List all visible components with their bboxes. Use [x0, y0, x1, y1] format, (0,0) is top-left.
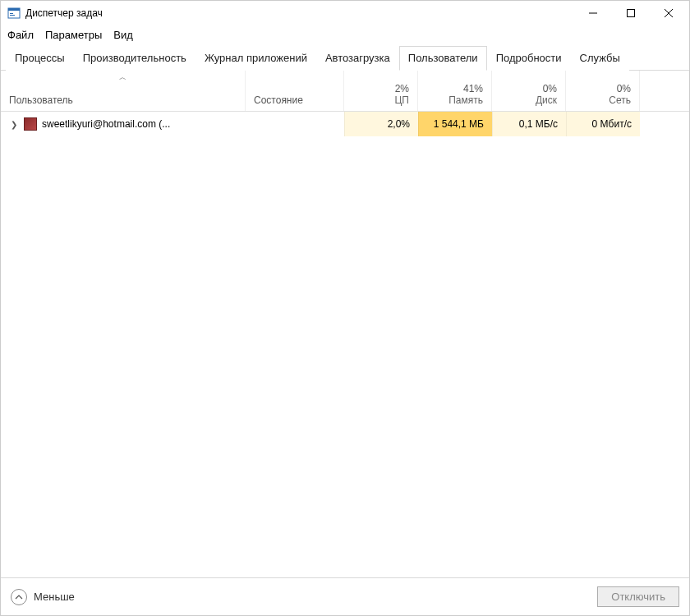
svg-rect-2	[10, 13, 13, 14]
column-header-disk[interactable]: 0% Диск	[492, 71, 566, 111]
table-header: ︿ Пользователь Состояние 2% ЦП 41% Памят…	[1, 71, 689, 112]
table-row[interactable]: ❯ sweetlikyuri@hotmail.com (... 2,0% 1 5…	[1, 112, 689, 136]
bottombar: Меньше Отключить	[1, 577, 689, 615]
column-label-disk: Диск	[536, 94, 557, 106]
menu-file[interactable]: Файл	[7, 29, 34, 41]
column-label-memory: Память	[448, 94, 483, 106]
column-label-state: Состояние	[254, 94, 335, 106]
tab-processes[interactable]: Процессы	[6, 46, 74, 71]
fewer-details-toggle[interactable]: Меньше	[11, 589, 75, 605]
tab-startup[interactable]: Автозагрузка	[316, 46, 399, 71]
tab-details[interactable]: Подробности	[487, 46, 571, 71]
column-pct-disk: 0%	[543, 83, 557, 94]
cell-disk: 0,1 МБ/с	[492, 112, 566, 136]
column-pct-cpu: 2%	[395, 83, 409, 94]
svg-rect-1	[8, 8, 20, 11]
sort-indicator-icon: ︿	[119, 72, 126, 83]
column-header-state[interactable]: Состояние	[246, 71, 344, 111]
app-icon	[7, 7, 21, 20]
cell-cpu: 2,0%	[344, 112, 418, 136]
tab-services[interactable]: Службы	[571, 46, 629, 71]
close-button[interactable]	[650, 1, 688, 25]
table-body: ❯ sweetlikyuri@hotmail.com (... 2,0% 1 5…	[1, 112, 689, 577]
column-pct-memory: 41%	[463, 83, 483, 94]
tab-app-history[interactable]: Журнал приложений	[196, 46, 316, 71]
menu-view[interactable]: Вид	[113, 29, 133, 41]
titlebar: Диспетчер задач	[1, 1, 689, 25]
cell-memory: 1 544,1 МБ	[418, 112, 492, 136]
minimize-button[interactable]	[574, 1, 612, 25]
column-label-cpu: ЦП	[394, 94, 409, 106]
column-pct-network: 0%	[617, 83, 631, 94]
column-header-network[interactable]: 0% Сеть	[566, 71, 640, 111]
column-label-user: Пользователь	[9, 94, 237, 106]
window-controls	[574, 1, 688, 25]
tab-performance[interactable]: Производительность	[74, 46, 196, 71]
column-label-network: Сеть	[609, 94, 631, 106]
column-header-user[interactable]: ︿ Пользователь	[1, 71, 246, 111]
cell-network: 0 Мбит/с	[566, 112, 640, 136]
user-name: sweetlikyuri@hotmail.com (...	[42, 118, 170, 130]
column-header-memory[interactable]: 41% Память	[418, 71, 492, 111]
tab-users[interactable]: Пользователи	[399, 46, 487, 71]
menubar: Файл Параметры Вид	[1, 25, 689, 46]
user-avatar-icon	[24, 117, 37, 131]
menu-options[interactable]: Параметры	[45, 29, 102, 41]
tabs: Процессы Производительность Журнал прило…	[1, 46, 689, 71]
chevron-up-icon	[11, 589, 27, 605]
maximize-button[interactable]	[612, 1, 650, 25]
column-header-cpu[interactable]: 2% ЦП	[344, 71, 418, 111]
fewer-label: Меньше	[34, 591, 75, 603]
window-title: Диспетчер задач	[25, 7, 103, 19]
expand-icon[interactable]: ❯	[9, 120, 19, 129]
cell-state	[246, 112, 344, 136]
disconnect-button[interactable]: Отключить	[597, 586, 679, 607]
cell-user: ❯ sweetlikyuri@hotmail.com (...	[1, 112, 246, 136]
svg-rect-3	[10, 15, 15, 16]
svg-rect-5	[628, 10, 635, 17]
